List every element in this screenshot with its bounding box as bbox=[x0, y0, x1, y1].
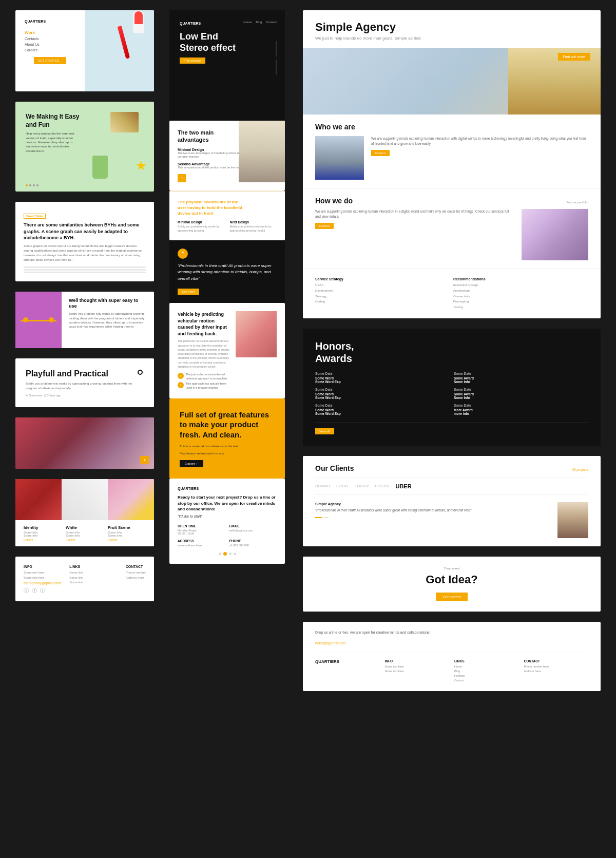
cf-link3[interactable]: Portfolio bbox=[454, 674, 519, 678]
label-identity-sub: Some InfoSome Info bbox=[24, 531, 62, 537]
card-agency: Simple Agency We just to help brands do … bbox=[303, 10, 601, 318]
cf-link4[interactable]: Contact bbox=[454, 678, 519, 683]
how-portfolio-link[interactable]: For our portfolio bbox=[567, 201, 588, 204]
contact-footer-text: Drop us a line or two, we are open for c… bbox=[315, 630, 588, 647]
phys-col-2: Next Design Boldly you problem-ivity wor… bbox=[230, 220, 277, 233]
instagram-icon[interactable]: i bbox=[40, 588, 45, 593]
nav-blog[interactable]: Blog bbox=[256, 21, 262, 24]
card-architecture-photo: ★ bbox=[15, 417, 154, 469]
cta-explore-button[interactable]: Explore + bbox=[180, 460, 203, 467]
honor-item-4: Some Date Some AwardSome Info bbox=[454, 388, 588, 399]
who-explore-button[interactable]: Explore bbox=[371, 150, 390, 156]
who-image bbox=[315, 136, 364, 180]
get-started-button[interactable]: GET STARTED bbox=[34, 57, 66, 64]
avatar-face bbox=[557, 502, 588, 538]
rope-content: Well thought with super easy to use Bold… bbox=[62, 292, 154, 348]
contact-footer-body: Drop us a line or two, we are open for c… bbox=[315, 630, 469, 636]
dot-4[interactable] bbox=[36, 184, 38, 186]
service-col-recommendations: Recommendations Interactive Design Archi… bbox=[453, 277, 588, 310]
cf-link2[interactable]: Blog bbox=[454, 669, 519, 674]
service-architecture: Architecture bbox=[453, 288, 588, 294]
portfolio-item-fruit[interactable] bbox=[108, 479, 154, 520]
step-text-1: The particular constraint-based technica… bbox=[186, 373, 229, 380]
footer-link2[interactable]: Some link bbox=[69, 576, 117, 581]
hero-decorative-lines bbox=[276, 41, 277, 75]
nav-link-contacts[interactable]: Contacts bbox=[25, 37, 75, 41]
clients-all-projects-link[interactable]: All projects bbox=[572, 468, 588, 471]
contact-email: EMAIL hello@agency.com bbox=[229, 524, 277, 535]
dot-1[interactable] bbox=[26, 184, 28, 186]
nav-home[interactable]: Home bbox=[243, 21, 252, 24]
cta-feature-1: This is a centered text reference in the… bbox=[180, 445, 238, 448]
footer-link1[interactable]: Some link bbox=[69, 570, 117, 576]
right-column: Simple Agency We just to help brands do … bbox=[303, 10, 601, 691]
adv-person-visual bbox=[239, 121, 285, 182]
vehicle-step-2: 2 This approach has actually been used i… bbox=[178, 382, 229, 390]
card-footer: INFO Some text here Some text here thefa… bbox=[15, 557, 154, 601]
how-heading: How we do bbox=[315, 197, 353, 205]
honor-year-5: Some Date bbox=[315, 404, 450, 407]
get-started-button[interactable]: Get started bbox=[436, 593, 468, 601]
contact-time-val: Monday-Friday09:00 - 18:00 bbox=[178, 529, 225, 535]
client-logo-3: LOGO2 bbox=[354, 484, 369, 488]
footer-contact-heading: CONTACT bbox=[126, 565, 146, 568]
testimonial-body: "Professionals in their craft! All produ… bbox=[315, 508, 551, 513]
nav-link-careers[interactable]: Careers bbox=[25, 48, 75, 52]
phys-col2-heading: Next Design bbox=[230, 220, 277, 224]
hero-pill-btn[interactable]: Free product bbox=[180, 58, 205, 64]
footer-links-heading: LINKS bbox=[69, 565, 117, 568]
contact-email-heading: EMAIL bbox=[229, 524, 277, 528]
contact-quote: "I'd like to start" bbox=[178, 514, 277, 520]
view-all-button[interactable]: View all bbox=[315, 428, 334, 434]
portfolio-label-white: White Some InfoSome Info Explore bbox=[66, 525, 104, 541]
page-dot-4[interactable] bbox=[234, 552, 236, 555]
portfolio-item-identity[interactable] bbox=[15, 479, 62, 520]
vehicle-title: Vehicle by predicting vehicular motion c… bbox=[178, 311, 229, 337]
cta-features: This is a centered text reference in the… bbox=[180, 445, 275, 455]
phys-col1-body: Boldly you problem-ivity works by approa… bbox=[178, 225, 225, 233]
portfolio-item-white[interactable] bbox=[62, 479, 108, 520]
page-dot-2[interactable] bbox=[223, 552, 227, 556]
agency-title: Simple Agency bbox=[315, 21, 588, 34]
honor-name-1: Some WordSome Word Exp bbox=[315, 376, 450, 384]
footer-info-heading: INFO bbox=[24, 565, 61, 568]
rope-knot-left bbox=[23, 317, 28, 322]
vehicle-content: Vehicle by predicting vehicular motion c… bbox=[178, 311, 229, 390]
how-shoe-image bbox=[522, 209, 588, 260]
who-description: We are supporting minds exploring human … bbox=[371, 136, 588, 147]
service-prototyping: Prototyping bbox=[453, 299, 588, 304]
footer-info-text2: Some text here bbox=[24, 576, 61, 581]
label-identity-link[interactable]: Explore bbox=[24, 538, 62, 541]
facebook-icon[interactable]: f bbox=[32, 588, 37, 593]
nav-link-about[interactable]: About Us bbox=[25, 43, 75, 46]
nav-contact[interactable]: Contact bbox=[266, 21, 277, 24]
fruit-image bbox=[108, 479, 154, 520]
dot-2[interactable] bbox=[29, 184, 31, 186]
honors-title: Honors,Awards bbox=[315, 340, 588, 365]
got-idea-title: Got Idea? bbox=[315, 573, 588, 586]
brush-handle bbox=[118, 26, 130, 59]
find-out-more-button[interactable]: Find out more bbox=[558, 53, 590, 61]
dot-3[interactable] bbox=[33, 184, 35, 186]
footer-email[interactable]: thefagency@gmail.com bbox=[24, 580, 61, 586]
who-person-visual bbox=[315, 136, 364, 180]
nav-link-work[interactable]: Work bbox=[25, 30, 75, 35]
how-explore-button[interactable]: Explore bbox=[315, 223, 334, 229]
contact-phone: PHONE +1 888 888 888 bbox=[229, 539, 277, 547]
label-fruit-link[interactable]: Explore bbox=[108, 538, 146, 541]
advantages-arrow-btn[interactable]: → bbox=[178, 174, 186, 182]
label-white-sub: Some InfoSome Info bbox=[66, 531, 104, 537]
label-white-link[interactable]: Explore bbox=[66, 538, 104, 541]
cf-link1[interactable]: Home bbox=[454, 664, 519, 669]
service-strategy: Strategy bbox=[315, 294, 450, 299]
see-more-button[interactable]: See more bbox=[178, 289, 199, 295]
contact-footer-email-link[interactable]: hello@agency.com bbox=[315, 641, 345, 645]
how-text-content: We are supporting minds exploring human … bbox=[315, 209, 514, 260]
page-dot-3[interactable] bbox=[229, 552, 232, 555]
social-icons-row: t f i bbox=[24, 588, 61, 593]
honor-item-2: Some Date Some AwardSome Info bbox=[454, 372, 588, 384]
footer-link3[interactable]: Some link bbox=[69, 580, 117, 585]
twitter-icon[interactable]: t bbox=[24, 588, 29, 593]
card-hero-dark: QUARTIERS Home Blog Contact Low EndStere… bbox=[169, 10, 285, 121]
page-dot-1[interactable] bbox=[219, 552, 221, 555]
